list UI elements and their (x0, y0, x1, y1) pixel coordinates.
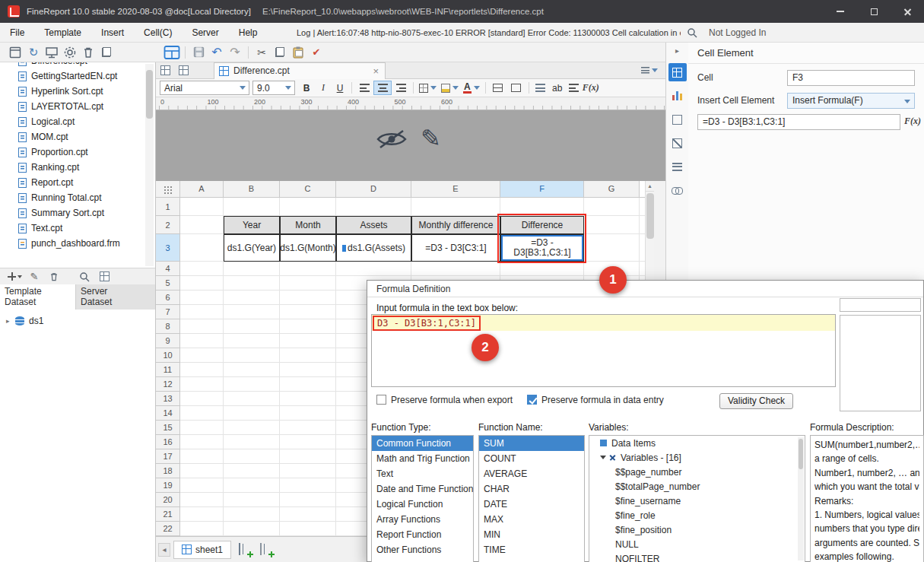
cell-c10[interactable] (280, 348, 336, 363)
cell-b3[interactable]: ds1.G(Year) (224, 234, 280, 262)
cell-b2[interactable]: Year (224, 216, 280, 234)
variable-item-fine-role[interactable]: $fine_role (589, 508, 805, 522)
cell-b17[interactable] (224, 449, 280, 464)
cell-a18[interactable] (180, 464, 224, 478)
align-right-button[interactable] (392, 81, 410, 95)
file-tree-item[interactable]: Running Total.cpt (0, 190, 144, 205)
file-tree-item[interactable]: Ranking.cpt (0, 160, 144, 175)
column-header-e[interactable]: E (411, 181, 500, 198)
add-report-sheet-icon[interactable] (239, 544, 252, 556)
merge-cells-button[interactable] (489, 81, 507, 95)
template-view-icon[interactable] (156, 65, 174, 75)
align-left-button[interactable] (355, 81, 373, 95)
row-header-5[interactable]: 5 (156, 276, 180, 291)
cell-a2[interactable] (180, 216, 224, 234)
unmerge-cells-button[interactable] (507, 81, 526, 95)
file-tree-item[interactable]: Report.cpt (0, 175, 144, 190)
row-header-20[interactable]: 20 (156, 493, 180, 507)
underline-button[interactable]: U (332, 81, 348, 95)
menu-insert[interactable]: Insert (91, 23, 134, 43)
row-header-4[interactable]: 4 (156, 262, 180, 276)
cell-b15[interactable] (224, 421, 280, 435)
cell-b13[interactable] (224, 392, 280, 406)
paste-icon[interactable] (289, 44, 307, 61)
cell-f1[interactable] (500, 198, 584, 216)
function-item-array-functions[interactable]: Array Functions (372, 512, 473, 527)
function-item-time[interactable]: TIME (479, 542, 584, 557)
cell-a22[interactable] (180, 522, 224, 536)
file-tree-item[interactable]: MOM.cpt (0, 129, 144, 144)
row-header-12[interactable]: 12 (156, 377, 180, 392)
cell-a17[interactable] (180, 449, 224, 464)
cell-c14[interactable] (280, 406, 336, 421)
cell-c5[interactable] (280, 276, 336, 291)
insert-cell-element-select[interactable]: Insert Formula(F) (787, 93, 915, 109)
file-tree-item[interactable]: Difference.cpt (0, 62, 144, 68)
column-header-b[interactable]: B (224, 181, 280, 198)
close-button[interactable] (891, 0, 924, 23)
italic-button[interactable]: I (315, 81, 332, 95)
cell-b14[interactable] (224, 406, 280, 421)
formula-button[interactable]: F(x) (583, 81, 599, 95)
scroll-up-icon[interactable]: ▴ (646, 181, 654, 192)
function-item-other-functions[interactable]: Other Functions (372, 542, 473, 557)
row-header-18[interactable]: 18 (156, 464, 180, 478)
variable-item-nofilter[interactable]: NOFILTER (589, 551, 805, 562)
cell-b5[interactable] (224, 276, 280, 291)
function-item-sum[interactable]: SUM (479, 436, 584, 451)
grid-corner[interactable] (156, 181, 180, 198)
scrollbar-thumb[interactable] (146, 70, 153, 119)
cell-b22[interactable] (224, 522, 280, 536)
function-item-min[interactable]: MIN (479, 527, 584, 542)
function-item-average[interactable]: AVERAGE (479, 466, 584, 481)
cell-c7[interactable] (280, 305, 336, 319)
tab-difference-cpt[interactable]: Difference.cpt × (214, 62, 386, 79)
cell-b6[interactable] (224, 291, 280, 305)
function-item-report-function[interactable]: Report Function (372, 527, 473, 542)
tab-close-icon[interactable]: × (371, 65, 380, 77)
function-item-count[interactable]: COUNT (479, 451, 584, 466)
cell-d1[interactable] (336, 198, 411, 216)
function-item-text[interactable]: Text (372, 466, 473, 481)
function-item-date-and-time-function[interactable]: Date and Time Function (372, 481, 473, 497)
cell-a3[interactable] (180, 234, 224, 262)
file-tree-item[interactable]: GettingStartedEN.cpt (0, 68, 144, 84)
function-item-math-and-trig-function[interactable]: Math and Trig Function (372, 451, 473, 466)
cell-b21[interactable] (224, 507, 280, 522)
column-header-d[interactable]: D (336, 181, 411, 198)
cell-c4[interactable] (280, 262, 336, 276)
variables-scrollbar[interactable] (798, 437, 804, 560)
function-item-char[interactable]: CHAR (479, 481, 584, 497)
cell-c6[interactable] (280, 291, 336, 305)
cell-f2[interactable]: Difference (500, 216, 584, 234)
row-header-2[interactable]: 2 (156, 216, 180, 234)
sheet-tab[interactable]: sheet1 (173, 541, 231, 559)
bold-button[interactable]: B (298, 81, 315, 95)
datasource-icon[interactable] (163, 44, 181, 61)
cell-reference-input[interactable]: F3 (787, 70, 915, 86)
cell-a14[interactable] (180, 406, 224, 421)
menu-template[interactable]: Template (34, 23, 91, 43)
borders-button[interactable] (417, 81, 439, 95)
cell-a1[interactable] (180, 198, 224, 216)
cell-c21[interactable] (280, 507, 336, 522)
menu-server[interactable]: Server (182, 23, 228, 43)
dataset-settings-icon[interactable] (94, 269, 114, 284)
cell-b11[interactable] (224, 363, 280, 377)
cell-d4[interactable] (336, 262, 411, 276)
row-header-21[interactable]: 21 (156, 507, 180, 522)
collapse-panel-icon[interactable]: ▸ (666, 43, 688, 58)
cell-c16[interactable] (280, 435, 336, 449)
cell-b19[interactable] (224, 478, 280, 493)
dataset-tab-server-dataset[interactable]: Server Dataset (76, 284, 152, 310)
row-header-14[interactable]: 14 (156, 406, 180, 421)
row-header-17[interactable]: 17 (156, 449, 180, 464)
cell-b12[interactable] (224, 377, 280, 392)
row-header-11[interactable]: 11 (156, 363, 180, 377)
cell-e2[interactable]: Monthly difference (411, 216, 500, 234)
format-painter-icon[interactable]: ✔ (307, 44, 325, 61)
variable-item-page-number[interactable]: $$page_number (589, 465, 805, 479)
float-element-icon[interactable] (668, 110, 687, 129)
file-tree-item[interactable]: Logical.cpt (0, 114, 144, 129)
validity-check-button[interactable]: Validity Check (719, 393, 793, 409)
